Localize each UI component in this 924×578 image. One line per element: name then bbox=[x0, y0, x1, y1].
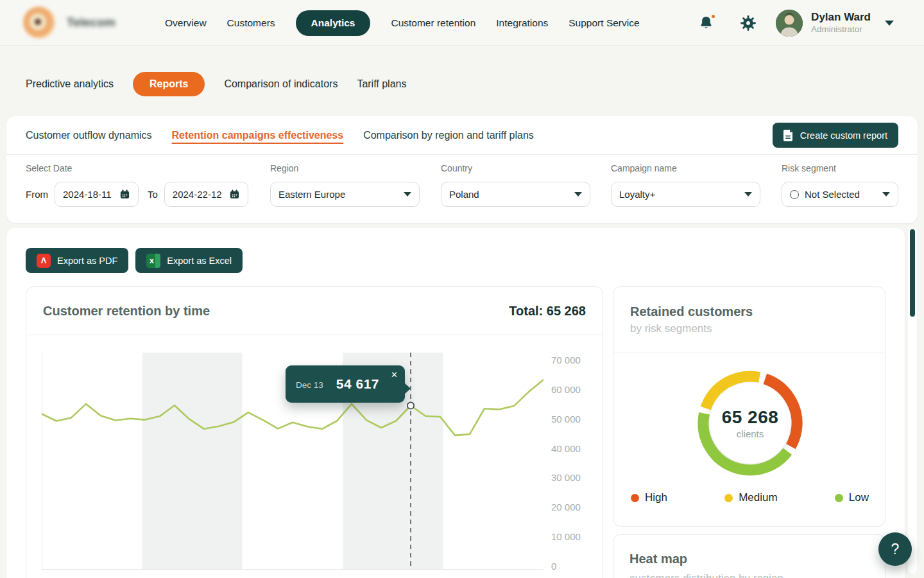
campaign-value: Loyalty+ bbox=[619, 189, 655, 200]
create-custom-report-button[interactable]: Create custom report bbox=[773, 123, 898, 148]
avatar[interactable] bbox=[776, 10, 803, 37]
excel-icon: x bbox=[146, 254, 160, 268]
section-tab-tariff-plans[interactable]: Tariff plans bbox=[357, 78, 406, 90]
y-axis-tick: 60 000 bbox=[551, 383, 601, 396]
country-label: Country bbox=[441, 163, 590, 173]
tooltip-value: 54 617 bbox=[336, 376, 379, 392]
nav-item-integrations[interactable]: Integrations bbox=[496, 17, 548, 29]
nav-item-overview[interactable]: Overview bbox=[165, 17, 207, 29]
caret-down-icon bbox=[404, 192, 411, 197]
report-tab-comparison-by-region-and-tariff-plans[interactable]: Comparison by region and tariff plans bbox=[363, 130, 534, 141]
retained-panel-head: Retained customers by risk segments bbox=[613, 287, 885, 353]
page-scrollbar[interactable] bbox=[908, 227, 917, 574]
risk-segment-select[interactable]: Not Selected bbox=[782, 182, 898, 207]
brand-name: Telecom bbox=[67, 15, 116, 30]
tooltip-date: Dec 13 bbox=[296, 380, 323, 390]
analytics-section-tabs: Predictive analyticsReportsComparison of… bbox=[26, 71, 406, 97]
report-tab-customer-outflow-dynamics[interactable]: Customer outflow dynamics bbox=[26, 130, 152, 141]
brand-logo[interactable]: Telecom bbox=[23, 6, 116, 39]
scrollbar-thumb[interactable] bbox=[910, 229, 915, 317]
country-select[interactable]: Poland bbox=[441, 182, 590, 207]
legend-label: Low bbox=[849, 491, 869, 504]
y-axis-tick: 50 000 bbox=[551, 413, 601, 426]
caret-down-icon bbox=[574, 192, 582, 197]
report-controls-card: Customer outflow dynamicsRetention campa… bbox=[6, 116, 918, 223]
export-pdf-button[interactable]: Λ Export as PDF bbox=[26, 248, 128, 273]
legend-dot-low bbox=[835, 494, 843, 502]
calendar-icon bbox=[229, 189, 240, 200]
date-from-input[interactable]: 2024-18-11 bbox=[55, 182, 139, 207]
region-value: Eastern Europe bbox=[278, 189, 345, 200]
retained-customers-panel: Retained customers by risk segments 65 2… bbox=[613, 286, 886, 527]
section-tab-comparison-of-indicators[interactable]: Comparison of indicators bbox=[224, 78, 338, 90]
campaign-select[interactable]: Loyalty+ bbox=[611, 182, 760, 207]
report-tabs-row: Customer outflow dynamicsRetention campa… bbox=[6, 116, 918, 154]
filter-campaign-name: Campaign name Loyalty+ bbox=[611, 163, 760, 207]
legend-dot-high bbox=[631, 494, 639, 502]
section-tab-predictive-analytics[interactable]: Predictive analytics bbox=[26, 78, 114, 90]
section-tab-reports[interactable]: Reports bbox=[133, 72, 205, 96]
y-axis-tick: 70 000 bbox=[551, 354, 601, 367]
y-axis-tick: 0 bbox=[551, 560, 601, 573]
country-value: Poland bbox=[449, 189, 479, 200]
donut-total: 65 268 bbox=[722, 407, 779, 428]
line-chart[interactable]: Dec 13 54 617 ✕ 70 00060 00050 00040 000… bbox=[42, 353, 601, 570]
user-name: Dylan Ward bbox=[811, 11, 871, 24]
nav-item-customer-retention[interactable]: Customer retention bbox=[391, 17, 475, 29]
date-to-input[interactable]: 2024-22-12 bbox=[164, 182, 248, 207]
export-pdf-label: Export as PDF bbox=[57, 256, 117, 266]
donut-chart[interactable]: 65 268 clients bbox=[692, 365, 808, 481]
user-role: Administrator bbox=[811, 24, 871, 35]
chart-panel-head: Customer retention by time Total: 65 268 bbox=[26, 287, 603, 335]
calendar-icon bbox=[119, 189, 130, 200]
top-navigation-bar: Telecom OverviewCustomersAnalyticsCustom… bbox=[0, 0, 924, 46]
notifications-button[interactable] bbox=[696, 12, 717, 33]
chart-total: Total: 65 268 bbox=[509, 304, 586, 319]
gear-icon bbox=[740, 15, 757, 31]
donut-unit: clients bbox=[737, 428, 764, 439]
region-select[interactable]: Eastern Europe bbox=[270, 182, 420, 207]
main-nav: OverviewCustomersAnalyticsCustomer reten… bbox=[165, 0, 640, 46]
pdf-icon: Λ bbox=[37, 254, 51, 268]
filter-region: Region Eastern Europe bbox=[270, 163, 420, 207]
caret-down-icon bbox=[744, 192, 752, 197]
export-buttons: Λ Export as PDF x Export as Excel bbox=[26, 248, 243, 273]
date-to-value: 2024-22-12 bbox=[173, 189, 222, 200]
user-meta: Dylan Ward Administrator bbox=[811, 11, 871, 35]
chevron-down-icon bbox=[885, 21, 894, 26]
settings-button[interactable] bbox=[737, 12, 759, 34]
legend-label: High bbox=[645, 491, 667, 504]
chart-tooltip: Dec 13 54 617 ✕ bbox=[286, 365, 405, 403]
report-tab-retention-campaigns-effectiveness[interactable]: Retention campaigns effectiveness bbox=[172, 130, 344, 141]
campaign-name-label: Campaign name bbox=[611, 163, 760, 173]
report-tabs: Customer outflow dynamicsRetention campa… bbox=[26, 130, 534, 141]
caret-down-icon bbox=[882, 192, 890, 197]
y-axis-tick: 10 000 bbox=[551, 530, 601, 543]
nav-item-customers[interactable]: Customers bbox=[227, 17, 275, 29]
heat-map-title: Heat map bbox=[629, 552, 885, 566]
help-button[interactable]: ? bbox=[878, 532, 912, 566]
retained-title: Retained customers bbox=[630, 304, 753, 319]
user-menu-button[interactable] bbox=[884, 17, 895, 30]
region-label: Region bbox=[270, 163, 420, 173]
legend-label: Medium bbox=[739, 491, 777, 504]
retention-by-time-panel: Customer retention by time Total: 65 268… bbox=[26, 286, 603, 578]
legend-dot-medium bbox=[724, 494, 733, 502]
heat-map-panel: Heat map customers distribution by regio… bbox=[613, 534, 886, 578]
y-axis-tick: 40 000 bbox=[551, 442, 601, 455]
avatar-photo bbox=[776, 10, 803, 37]
circle-outline-icon bbox=[790, 190, 799, 199]
export-excel-button[interactable]: x Export as Excel bbox=[135, 248, 243, 273]
legend-item-low[interactable]: Low bbox=[835, 491, 869, 504]
topbar-actions: Dylan Ward Administrator bbox=[696, 0, 895, 46]
y-axis-tick: 30 000 bbox=[551, 471, 601, 484]
legend-item-medium[interactable]: Medium bbox=[724, 491, 777, 504]
nav-item-support-service[interactable]: Support Service bbox=[569, 17, 639, 29]
tooltip-close-button[interactable]: ✕ bbox=[389, 369, 399, 381]
from-label: From bbox=[26, 189, 48, 200]
document-icon bbox=[783, 130, 794, 141]
legend-item-high[interactable]: High bbox=[631, 491, 667, 504]
create-custom-report-label: Create custom report bbox=[800, 130, 887, 141]
nav-item-analytics[interactable]: Analytics bbox=[296, 10, 371, 36]
heat-map-subtitle: customers distribution by region bbox=[629, 572, 885, 578]
